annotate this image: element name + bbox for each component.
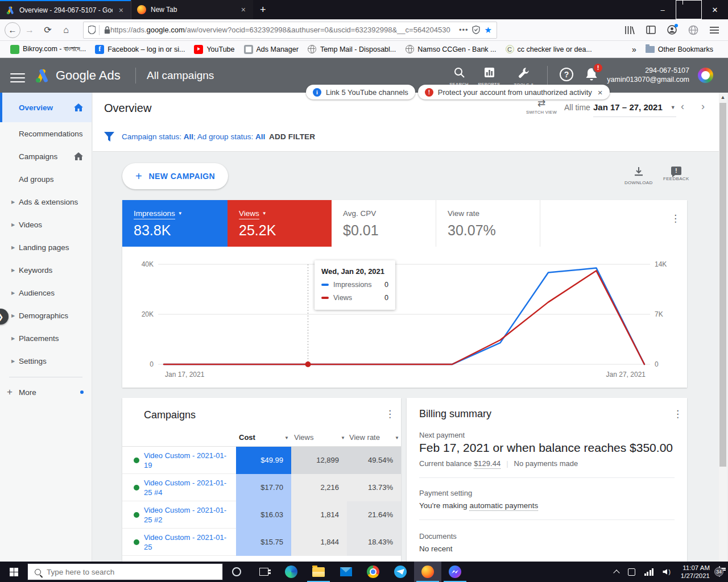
bookmark-item[interactable]: Bikroy.com - বাংলাদে... bbox=[6, 43, 90, 56]
window-close-button[interactable]: ✕ bbox=[702, 0, 728, 19]
menu-icon[interactable] bbox=[710, 26, 719, 34]
sidebar-item-placements[interactable]: ▶Placements bbox=[0, 327, 92, 350]
home-button[interactable]: ⌂ bbox=[57, 25, 75, 35]
switch-view-button[interactable]: ⇄ SWITCH VIEW bbox=[523, 97, 560, 115]
library-icon[interactable] bbox=[624, 26, 635, 35]
action-center-button[interactable]: 34 bbox=[715, 567, 728, 577]
sidebar-item-landing-pages[interactable]: ▶Landing pages bbox=[0, 236, 92, 259]
add-filter-button[interactable]: ADD FILTER bbox=[269, 132, 315, 141]
file-explorer-taskbar-button[interactable] bbox=[305, 562, 332, 582]
avatar[interactable] bbox=[698, 68, 713, 83]
taskbar-search[interactable] bbox=[27, 563, 223, 580]
bookmark-item[interactable]: Ads Manager bbox=[239, 43, 303, 56]
start-button[interactable] bbox=[0, 562, 27, 582]
page-actions-icon[interactable]: ••• bbox=[459, 26, 469, 34]
protect-account-chip[interactable]: ! Protect your account from unauthorized… bbox=[418, 85, 610, 99]
chip-close-icon[interactable]: × bbox=[598, 88, 603, 97]
tray-expand-chevron-icon[interactable] bbox=[610, 569, 623, 575]
bookmark-item[interactable]: fFacebook – log in or si... bbox=[90, 43, 189, 56]
telegram-taskbar-button[interactable] bbox=[387, 562, 414, 582]
sidebar-item-overview[interactable]: Overview bbox=[0, 93, 92, 122]
search-button[interactable]: SEARCH bbox=[442, 67, 475, 87]
campaign-link[interactable]: Video Custom - 2021-01-19 bbox=[144, 451, 234, 470]
scorecard-view-rate[interactable]: View rate 30.07% bbox=[436, 200, 540, 247]
tab-new-tab[interactable]: New Tab × bbox=[131, 0, 253, 19]
help-button[interactable]: ? bbox=[560, 68, 573, 81]
network-signal-icon[interactable] bbox=[640, 568, 659, 576]
feedback-button[interactable]: ! FEEDBACK bbox=[663, 167, 689, 181]
url-text[interactable]: https://ads.google.com/aw/overview?ocid=… bbox=[110, 26, 456, 34]
volume-icon[interactable]: ) bbox=[658, 569, 675, 575]
bookmark-item[interactable]: Temp Mail - Disposabl... bbox=[303, 43, 400, 56]
tablet-mode-icon[interactable] bbox=[623, 568, 640, 576]
tab-close-icon[interactable]: × bbox=[239, 5, 247, 14]
bookmark-item[interactable]: Namso CCGen - Bank ... bbox=[400, 43, 500, 56]
date-range-picker[interactable]: Jan 17 – 27, 2021▼ bbox=[593, 102, 676, 112]
current-balance-link[interactable]: $129.44 bbox=[474, 459, 500, 469]
bookmark-star-icon[interactable]: ★ bbox=[485, 25, 492, 35]
task-view-button[interactable] bbox=[250, 562, 278, 582]
next-range-button[interactable]: › bbox=[701, 101, 705, 113]
sidebar-item-ad-groups[interactable]: Ad groups bbox=[0, 168, 92, 190]
campaign-link[interactable]: Video Custom - 2021-01-25 #4 bbox=[144, 478, 234, 497]
back-button[interactable]: ← bbox=[5, 22, 20, 38]
reload-button[interactable]: ⟳ bbox=[39, 24, 57, 35]
window-restore-button[interactable] bbox=[676, 0, 702, 19]
bookmarks-overflow-icon[interactable]: » bbox=[632, 45, 636, 54]
bookmark-item[interactable]: YouTube bbox=[189, 43, 239, 56]
sidebar-item-more[interactable]: + More bbox=[0, 381, 92, 404]
chrome-taskbar-button[interactable] bbox=[359, 562, 387, 582]
scroll-up-arrow[interactable]: ▲ bbox=[719, 93, 727, 102]
account-icon[interactable] bbox=[667, 25, 677, 35]
chart-menu-kebab-icon[interactable]: ⋮ bbox=[671, 213, 680, 225]
column-header-cost[interactable]: Cost▼ bbox=[239, 433, 289, 442]
tab-google-ads[interactable]: Overview - 294-067-5107 - Goo × bbox=[0, 0, 131, 19]
tracking-protection-shield-icon[interactable] bbox=[88, 26, 96, 34]
bookmark-item[interactable]: Ccc checker live or dea... bbox=[501, 43, 597, 56]
firefox-taskbar-button[interactable] bbox=[414, 562, 441, 582]
new-campaign-button[interactable]: + NEW CAMPAIGN bbox=[122, 163, 228, 189]
campaigns-menu-kebab-icon[interactable]: ⋮ bbox=[385, 408, 395, 420]
timeseries-chart[interactable]: 40K20K014K7K0Jan 17, 2021Jan 27, 2021 We… bbox=[122, 250, 687, 388]
taskbar-search-input[interactable] bbox=[47, 568, 206, 576]
extension-globe-icon[interactable] bbox=[688, 25, 698, 35]
prev-range-button[interactable]: ‹ bbox=[681, 101, 684, 113]
url-bar[interactable]: https://ads.google.com/aw/overview?ocid=… bbox=[83, 22, 497, 39]
sidebar-item-campaigns[interactable]: Campaigns bbox=[0, 145, 92, 168]
window-minimize-button[interactable]: – bbox=[650, 0, 676, 19]
vertical-scrollbar[interactable]: ▲ bbox=[719, 93, 727, 562]
taskbar-clock[interactable]: 11:07 AM 1/27/2021 bbox=[675, 564, 715, 580]
link-channels-chip[interactable]: i Link 5 YouTube channels bbox=[306, 85, 415, 99]
sidebar-item-keywords[interactable]: ▶Keywords bbox=[0, 259, 92, 281]
cortana-button[interactable] bbox=[223, 562, 250, 582]
mail-taskbar-button[interactable] bbox=[332, 562, 359, 582]
sidebar-item-demographics[interactable]: ▶Demographics bbox=[0, 304, 92, 327]
filter-summary[interactable]: Campaign status: All; Ad group status: A… bbox=[122, 132, 265, 141]
reports-button[interactable]: REPORTS bbox=[473, 67, 506, 87]
sidebar-item-ads-extensions[interactable]: ▶Ads & extensions bbox=[0, 190, 92, 213]
permissions-shield-icon[interactable] bbox=[472, 26, 480, 34]
other-bookmarks-folder[interactable]: Other Bookmarks bbox=[641, 43, 718, 56]
messenger-taskbar-button[interactable] bbox=[441, 562, 469, 582]
scorecard-avg-cpv[interactable]: Avg. CPV $0.01 bbox=[332, 200, 436, 247]
new-tab-button[interactable]: + bbox=[253, 2, 273, 18]
forward-button[interactable]: → bbox=[20, 25, 39, 35]
scorecard-views[interactable]: Views▼ 25.2K bbox=[228, 200, 332, 247]
sidebar-item-settings[interactable]: ▶Settings bbox=[0, 350, 92, 372]
campaign-link[interactable]: Video Custom - 2021-01-25 bbox=[144, 533, 234, 552]
app-menu-icon[interactable] bbox=[10, 70, 25, 85]
sidebar-item-audiences[interactable]: ▶Audiences bbox=[0, 281, 92, 304]
automatic-payments-link[interactable]: automatic payments bbox=[469, 501, 538, 511]
scrollbar-thumb[interactable] bbox=[719, 103, 726, 467]
download-button[interactable]: DOWNLOAD bbox=[624, 167, 653, 185]
sidebar-item-recommendations[interactable]: Recommendations bbox=[0, 122, 92, 145]
column-header-view-rate[interactable]: View rate▼ bbox=[349, 433, 399, 442]
billing-menu-kebab-icon[interactable]: ⋮ bbox=[673, 408, 682, 420]
tab-close-icon[interactable]: × bbox=[117, 6, 125, 15]
scorecard-impressions[interactable]: Impressions▼ 83.8K bbox=[122, 200, 228, 247]
campaign-link[interactable]: Video Custom - 2021-01-25 #2 bbox=[144, 505, 234, 525]
sidebar-item-videos[interactable]: ▶Videos bbox=[0, 213, 92, 236]
column-header-views[interactable]: Views▼ bbox=[294, 433, 345, 442]
sidebars-icon[interactable] bbox=[646, 26, 656, 34]
edge-taskbar-button[interactable] bbox=[278, 562, 305, 582]
